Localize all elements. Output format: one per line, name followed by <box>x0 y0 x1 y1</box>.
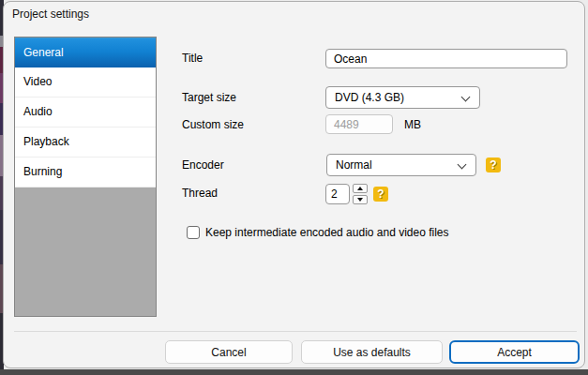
thread-input[interactable] <box>325 184 350 204</box>
thread-spinner <box>353 184 368 204</box>
encoder-value: Normal <box>336 158 372 172</box>
spinner-down-button[interactable] <box>353 195 368 204</box>
dialog-title: Project settings <box>12 8 89 21</box>
sidebar-item-burning[interactable]: Burning <box>15 158 156 188</box>
footer-divider <box>14 331 577 332</box>
cancel-button[interactable]: Cancel <box>165 340 293 364</box>
title-label: Title <box>182 52 203 65</box>
target-size-label: Target size <box>182 91 236 104</box>
sidebar-item-label: General <box>23 46 64 59</box>
accept-button[interactable]: Accept <box>449 340 580 364</box>
project-settings-dialog: Project settings General Video Audio Pla… <box>3 1 585 368</box>
keep-files-label[interactable]: Keep intermediate encoded audio and vide… <box>205 226 449 239</box>
custom-size-unit: MB <box>404 118 421 131</box>
thread-help-icon[interactable]: ? <box>373 187 388 202</box>
sidebar-item-general[interactable]: General <box>15 38 156 68</box>
thread-label: Thread <box>182 187 218 200</box>
use-as-defaults-button[interactable]: Use as defaults <box>301 340 443 364</box>
custom-size-input[interactable] <box>325 114 393 134</box>
target-size-select[interactable]: DVD (4.3 GB) <box>325 86 480 109</box>
sidebar-item-label: Video <box>23 75 52 88</box>
sidebar-item-playback[interactable]: Playback <box>15 128 156 158</box>
encoder-label: Encoder <box>182 158 224 172</box>
encoder-help-icon[interactable]: ? <box>486 158 501 172</box>
sidebar-item-label: Playback <box>23 135 69 148</box>
encoder-select[interactable]: Normal <box>326 154 476 176</box>
chevron-down-icon <box>461 93 471 102</box>
target-size-value: DVD (4.3 GB) <box>335 91 404 104</box>
screen: Project settings General Video Audio Pla… <box>0 0 588 375</box>
chevron-down-icon <box>458 160 467 170</box>
sidebar-item-video[interactable]: Video <box>15 68 156 98</box>
sidebar-item-audio[interactable]: Audio <box>15 98 156 128</box>
sidebar-item-label: Audio <box>23 105 53 118</box>
spinner-up-button[interactable] <box>353 184 368 193</box>
settings-category-list: General Video Audio Playback Burning <box>14 37 157 317</box>
custom-size-label: Custom size <box>182 118 244 131</box>
dialog-titlebar[interactable]: Project settings <box>4 2 584 28</box>
sidebar-item-label: Burning <box>23 165 62 178</box>
keep-files-checkbox[interactable] <box>187 226 200 239</box>
background-bottom-strip <box>0 369 588 375</box>
title-input[interactable] <box>325 49 567 68</box>
